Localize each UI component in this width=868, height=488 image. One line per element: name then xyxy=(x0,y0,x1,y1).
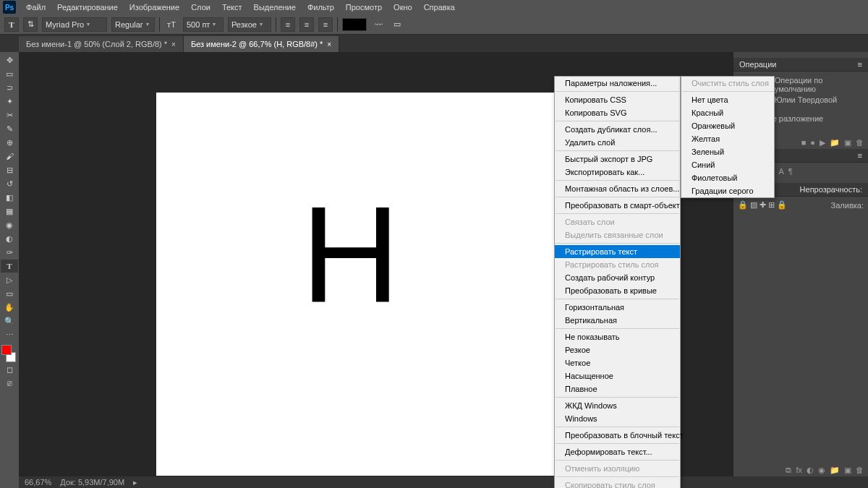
menu-окно[interactable]: Окно xyxy=(388,1,418,13)
play-icon[interactable]: ▶ xyxy=(820,138,825,147)
context-menu-item[interactable]: Четкое xyxy=(555,356,680,369)
context-menu-item[interactable]: Насыщенное xyxy=(555,369,680,382)
screenmode-icon[interactable]: ⎚ xyxy=(1,377,18,390)
context-menu-item[interactable]: Создать дубликат слоя... xyxy=(555,123,680,136)
context-menu-item[interactable]: Желтая xyxy=(681,132,774,145)
close-tab-icon[interactable]: × xyxy=(171,40,176,48)
close-tab-icon[interactable]: × xyxy=(327,40,331,48)
hand-tool[interactable]: ✋ xyxy=(1,301,18,314)
context-menu-item[interactable]: Вертикальная xyxy=(555,314,680,327)
context-menu-item[interactable]: Горизонтальная xyxy=(555,301,680,314)
context-menu-item[interactable]: Преобразовать в блочный текст xyxy=(555,429,680,442)
font-family-dropdown[interactable]: Myriad Pro▾ xyxy=(42,17,107,32)
actions-panel-tab[interactable]: Операции≡ xyxy=(733,58,868,72)
marquee-tool[interactable]: ▭ xyxy=(1,67,18,80)
mask-icon[interactable]: ◐ xyxy=(807,466,814,475)
group-icon[interactable]: 📁 xyxy=(830,466,840,475)
zoom-level[interactable]: 66,67% xyxy=(25,478,51,487)
context-menu-item[interactable]: Преобразовать в смарт-объект xyxy=(555,199,680,212)
align-center-button[interactable]: ≡ xyxy=(299,17,314,32)
folder-icon[interactable]: 📁 xyxy=(830,138,840,147)
context-menu-item[interactable]: Фиолетовый xyxy=(681,171,774,184)
document-canvas[interactable]: H xyxy=(156,93,569,476)
character-panel-icon[interactable]: ▭ xyxy=(390,17,404,32)
context-menu-item[interactable]: Быстрый экспорт в JPG xyxy=(555,153,680,166)
new-icon[interactable]: ▣ xyxy=(844,138,851,147)
crop-tool[interactable]: ✂ xyxy=(1,108,18,121)
app-logo-icon: Ps xyxy=(3,1,16,14)
pen-tool[interactable]: ✑ xyxy=(1,246,18,259)
trash-icon[interactable]: 🗑 xyxy=(856,138,864,147)
fx-icon[interactable]: fx xyxy=(796,466,802,475)
context-menu-item: Выделить связанные слои xyxy=(555,228,680,241)
lasso-tool[interactable]: ⊃ xyxy=(1,81,18,94)
adjustment-icon[interactable]: ◉ xyxy=(818,466,825,475)
wand-tool[interactable]: ✦ xyxy=(1,95,18,108)
heal-tool[interactable]: ⊕ xyxy=(1,136,18,149)
context-menu-item[interactable]: Преобразовать в кривые xyxy=(555,284,680,297)
menu-справка[interactable]: Справка xyxy=(418,1,461,13)
text-layer-content[interactable]: H xyxy=(301,185,400,322)
menu-фильтр[interactable]: Фильтр xyxy=(302,1,340,13)
foreground-color[interactable] xyxy=(1,345,12,355)
context-menu-item[interactable]: Оранжевый xyxy=(681,119,774,132)
dodge-tool[interactable]: ◐ xyxy=(1,232,18,245)
warp-text-icon[interactable]: 〰 xyxy=(371,17,386,32)
menu-выделение[interactable]: Выделение xyxy=(248,1,302,13)
type-tool[interactable]: T xyxy=(1,260,18,273)
record-icon[interactable]: ● xyxy=(810,138,815,147)
context-menu-item[interactable]: Удалить слой xyxy=(555,136,680,149)
menu-файл[interactable]: Файл xyxy=(20,1,51,13)
context-menu-item[interactable]: Градации серого xyxy=(681,184,774,197)
context-menu-item[interactable]: Копировать CSS xyxy=(555,93,680,106)
quickmask-icon[interactable]: ◻ xyxy=(1,363,18,376)
history-brush-tool[interactable]: ↺ xyxy=(1,177,18,190)
gradient-tool[interactable]: ▦ xyxy=(1,205,18,218)
edit-toolbar[interactable]: ⋯ xyxy=(1,328,18,341)
zoom-tool[interactable]: 🔍 xyxy=(1,314,18,328)
font-size-dropdown[interactable]: 500 пт▾ xyxy=(183,17,224,32)
context-menu-item[interactable]: ЖКД Windows xyxy=(555,399,680,412)
new-layer-icon[interactable]: ▣ xyxy=(844,466,851,475)
context-menu-item[interactable]: Экспортировать как... xyxy=(555,166,680,179)
stop-icon[interactable]: ■ xyxy=(801,138,807,147)
context-menu-item[interactable]: Растрировать текст xyxy=(555,245,680,258)
context-menu-item[interactable]: Красный xyxy=(681,106,774,119)
stamp-tool[interactable]: ⊟ xyxy=(1,163,18,176)
antialias-dropdown[interactable]: Резкое▾ xyxy=(228,17,271,32)
eraser-tool[interactable]: ◧ xyxy=(1,191,18,204)
menu-текст[interactable]: Текст xyxy=(216,1,248,13)
move-tool[interactable]: ✥ xyxy=(1,53,18,67)
delete-icon[interactable]: 🗑 xyxy=(856,466,864,475)
context-menu-item[interactable]: Копировать SVG xyxy=(555,106,680,119)
blur-tool[interactable]: ◉ xyxy=(1,218,18,231)
menu-изображение[interactable]: Изображение xyxy=(124,1,185,13)
color-swatches[interactable] xyxy=(0,345,17,362)
eyedropper-tool[interactable]: ✎ xyxy=(1,122,18,135)
align-left-button[interactable]: ≡ xyxy=(281,17,295,32)
menu-просмотр[interactable]: Просмотр xyxy=(340,1,388,13)
context-menu-item[interactable]: Параметры наложения... xyxy=(555,77,680,90)
context-menu-item[interactable]: Нет цвета xyxy=(681,93,774,106)
text-color-swatch[interactable] xyxy=(342,18,367,31)
context-menu-item[interactable]: Деформировать текст... xyxy=(555,445,680,458)
document-tab[interactable]: Без имени-2 @ 66,7% (H, RGB/8#) *× xyxy=(184,36,339,52)
align-right-button[interactable]: ≡ xyxy=(318,17,333,32)
menu-слои[interactable]: Слои xyxy=(185,1,216,13)
link-icon[interactable]: ⧉ xyxy=(786,466,791,475)
context-menu-item[interactable]: Плавное xyxy=(555,382,680,395)
brush-tool[interactable]: 🖌 xyxy=(1,150,18,163)
path-select-tool[interactable]: ▷ xyxy=(1,273,18,286)
context-menu-item[interactable]: Не показывать xyxy=(555,330,680,343)
context-menu-item[interactable]: Windows xyxy=(555,412,680,425)
shape-tool[interactable]: ▭ xyxy=(1,287,18,300)
context-menu-item[interactable]: Зеленый xyxy=(681,145,774,158)
font-style-dropdown[interactable]: Regular▾ xyxy=(111,17,155,32)
text-orientation-icon[interactable]: ⇅ xyxy=(23,17,38,32)
context-menu-item[interactable]: Монтажная область из слоев... xyxy=(555,182,680,195)
context-menu-item[interactable]: Синий xyxy=(681,158,774,171)
document-tab[interactable]: Без имени-1 @ 50% (Слой 2, RGB/8) *× xyxy=(19,36,184,52)
menu-редактирование[interactable]: Редактирование xyxy=(51,1,124,13)
context-menu-item[interactable]: Создать рабочий контур xyxy=(555,271,680,284)
context-menu-item[interactable]: Резкое xyxy=(555,343,680,356)
